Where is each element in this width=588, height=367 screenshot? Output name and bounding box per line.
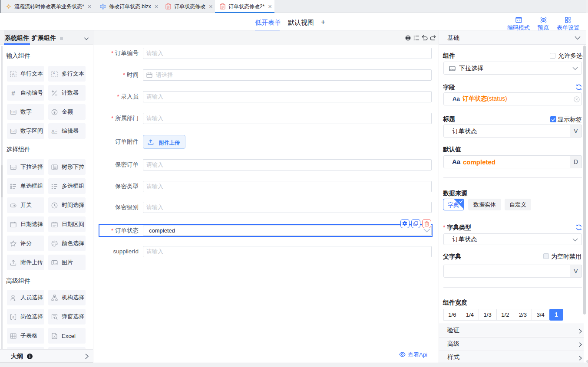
svg-text:A: A xyxy=(12,72,15,76)
svg-text:A: A xyxy=(53,71,55,74)
svg-text:#: # xyxy=(11,90,15,96)
svg-text:A: A xyxy=(51,128,55,134)
svg-text:8: 8 xyxy=(12,315,14,319)
svg-text:123: 123 xyxy=(11,111,16,114)
svg-text:1~3: 1~3 xyxy=(11,130,16,133)
